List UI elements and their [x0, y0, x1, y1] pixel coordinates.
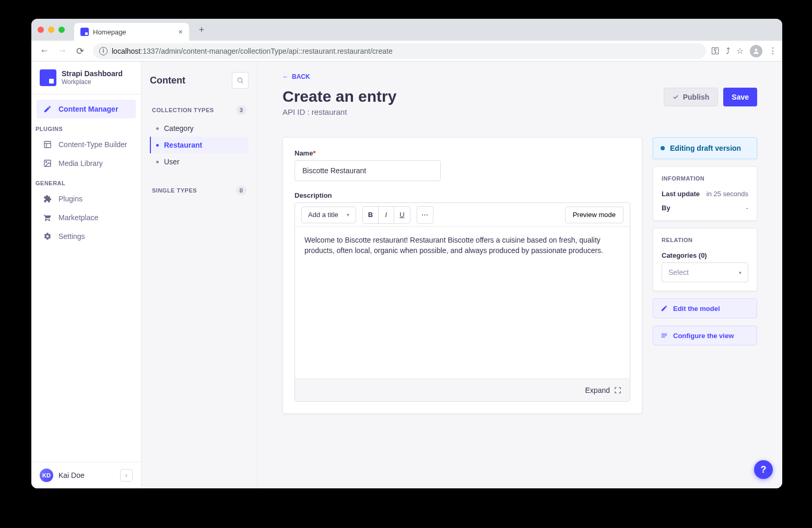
relation-heading: RELATION [662, 237, 748, 243]
puzzle-icon [43, 194, 52, 203]
nav-heading-general: GENERAL [31, 175, 141, 189]
content-nav-title: Content [150, 75, 185, 86]
expand-icon [614, 387, 621, 394]
arrow-left-icon: ← [283, 73, 289, 80]
image-icon [43, 159, 52, 168]
preview-mode-button[interactable]: Preview mode [565, 207, 623, 223]
nav-label: Content Manager [58, 105, 118, 113]
nav-label: Media Library [58, 159, 103, 167]
url-path: :1337/admin/content-manager/collectionTy… [140, 47, 393, 55]
bullet-icon [156, 144, 159, 147]
italic-button[interactable]: I [379, 207, 394, 223]
window-controls [38, 27, 65, 33]
key-icon[interactable]: ⚿ [711, 46, 720, 56]
help-button[interactable]: ? [754, 460, 773, 479]
bullet-icon [156, 161, 159, 163]
chevron-down-icon: ▾ [347, 212, 349, 218]
brand: Strapi Dashboard Workplace [31, 62, 141, 94]
expand-button[interactable]: Expand [295, 378, 630, 401]
left-sidebar: Strapi Dashboard Workplace Content Manag… [31, 62, 142, 488]
edit-model-button[interactable]: Edit the model [653, 298, 757, 318]
favicon-icon [80, 28, 89, 36]
content-nav: Content COLLECTION TYPES 3 Category Rest… [142, 62, 257, 488]
reload-button[interactable]: ⟳ [72, 43, 88, 59]
info-heading: INFORMATION [662, 175, 748, 182]
chevron-down-icon: ▾ [739, 270, 742, 275]
user-avatar[interactable]: KD [40, 469, 53, 482]
collapse-sidebar-button[interactable]: ‹ [120, 469, 133, 482]
bold-button[interactable]: B [363, 207, 379, 223]
share-icon[interactable]: ⤴ [726, 46, 730, 56]
relation-card: RELATION Categories (0) Select ▾ [653, 228, 757, 291]
url-host: localhost [112, 47, 140, 55]
publish-button[interactable]: Publish [664, 88, 719, 106]
heading-dropdown[interactable]: Add a title ▾ [301, 207, 356, 223]
svg-point-5 [46, 161, 47, 162]
richtext-editor: Add a title ▾ B I U ⋯ [295, 202, 630, 402]
richtext-toolbar: Add a title ▾ B I U ⋯ [295, 203, 630, 227]
close-window-button[interactable] [38, 27, 44, 33]
url-bar[interactable]: i localhost:1337/admin/content-manager/c… [93, 43, 706, 59]
svg-point-0 [755, 49, 758, 51]
browser-tab[interactable]: Homepage × [74, 23, 189, 41]
site-info-icon: i [99, 47, 108, 55]
profile-avatar[interactable] [750, 45, 762, 57]
save-button[interactable]: Save [723, 88, 757, 106]
name-field-label: Name* [295, 149, 630, 157]
more-options-button[interactable]: ⋯ [417, 207, 433, 223]
main-content: ← BACK Create an entry API ID : restaura… [257, 62, 782, 488]
brand-logo-icon [40, 69, 56, 86]
svg-line-7 [242, 82, 243, 83]
browser-actions: ⚿ ⤴ ☆ ⋮ [711, 45, 777, 57]
nav-label: Plugins [58, 195, 83, 203]
tab-title: Homepage [93, 28, 126, 36]
description-field-label: Description [295, 191, 630, 199]
categories-label: Categories (0) [662, 251, 748, 259]
collection-item-category[interactable]: Category [150, 120, 249, 137]
nav-content-manager[interactable]: Content Manager [37, 100, 136, 118]
maximize-window-button[interactable] [58, 27, 65, 33]
layout-icon [43, 140, 52, 149]
browser-toolbar: ← → ⟳ i localhost:1337/admin/content-man… [31, 41, 782, 62]
browser-tab-bar: Homepage × + [31, 19, 782, 41]
nav-label: Settings [58, 232, 85, 241]
menu-icon[interactable]: ⋮ [769, 46, 777, 56]
richtext-body[interactable]: Welcome to Biscotte restaurant! Restaura… [295, 227, 630, 378]
cart-icon [43, 213, 52, 222]
browser-window: Homepage × + ← → ⟳ i localhost:1337/admi… [31, 19, 782, 488]
nav-marketplace[interactable]: Marketplace [37, 208, 136, 227]
sidebar-footer: KD Kai Doe ‹ [31, 462, 141, 488]
bullet-icon [156, 127, 159, 130]
nav-media-library[interactable]: Media Library [37, 154, 136, 173]
nav-plugins[interactable]: Plugins [37, 189, 136, 208]
app-shell: Strapi Dashboard Workplace Content Manag… [31, 62, 782, 488]
single-count-badge: 0 [236, 186, 246, 195]
nav-heading-plugins: PLUGINS [31, 121, 141, 135]
configure-view-button[interactable]: Configure the view [653, 326, 757, 345]
minimize-window-button[interactable] [48, 27, 54, 33]
nav-content-type-builder[interactable]: Content-Type Builder [37, 135, 136, 154]
forward-button[interactable]: → [54, 43, 70, 59]
nav-label: Marketplace [58, 213, 98, 222]
draft-status-card: Editing draft version [653, 137, 757, 159]
user-name: Kai Doe [58, 471, 85, 479]
close-tab-button[interactable]: × [179, 28, 183, 36]
by-value: - [746, 204, 748, 212]
new-tab-button[interactable]: + [194, 22, 209, 37]
underline-button[interactable]: U [394, 207, 410, 223]
name-input[interactable] [295, 160, 441, 181]
last-update-label: Last update [662, 190, 700, 198]
nav-label: Content-Type Builder [58, 140, 127, 149]
search-button[interactable] [232, 72, 249, 89]
bookmark-icon[interactable]: ☆ [736, 46, 744, 56]
collection-types-heading: COLLECTION TYPES 3 [150, 102, 249, 118]
nav-settings[interactable]: Settings [37, 227, 136, 246]
page-subtitle: API ID : restaurant [283, 107, 396, 116]
information-card: INFORMATION Last update in 25 seconds By… [653, 166, 757, 221]
back-button[interactable]: ← [37, 43, 52, 59]
collection-item-user[interactable]: User [150, 153, 249, 170]
categories-select[interactable]: Select ▾ [662, 262, 748, 282]
last-update-value: in 25 seconds [707, 190, 748, 198]
back-link[interactable]: ← BACK [283, 73, 757, 80]
collection-item-restaurant[interactable]: Restaurant [150, 137, 249, 153]
